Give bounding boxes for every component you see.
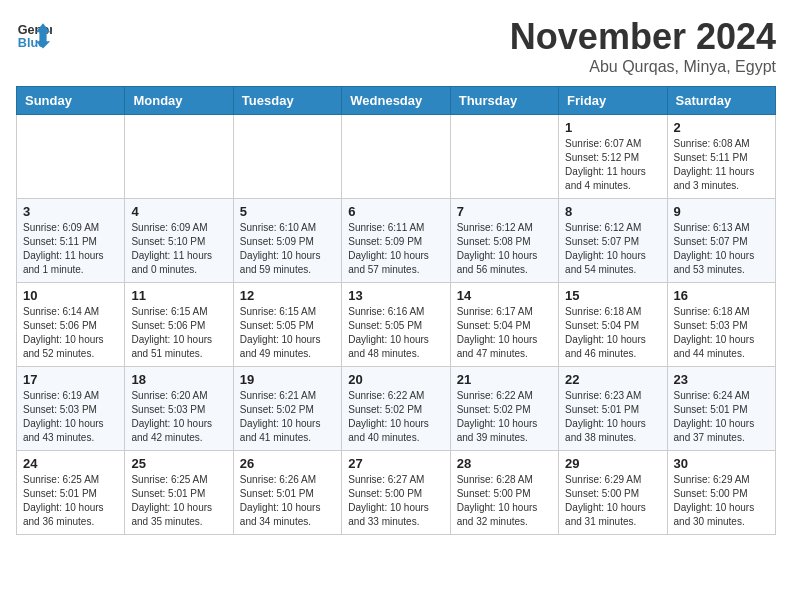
calendar-cell (17, 115, 125, 199)
weekday-header-saturday: Saturday (667, 87, 775, 115)
calendar-cell: 19Sunrise: 6:21 AM Sunset: 5:02 PM Dayli… (233, 367, 341, 451)
calendar-cell: 13Sunrise: 6:16 AM Sunset: 5:05 PM Dayli… (342, 283, 450, 367)
day-number: 20 (348, 372, 443, 387)
weekday-header-row: SundayMondayTuesdayWednesdayThursdayFrid… (17, 87, 776, 115)
day-info: Sunrise: 6:27 AM Sunset: 5:00 PM Dayligh… (348, 473, 443, 529)
calendar-cell (450, 115, 558, 199)
calendar-cell: 18Sunrise: 6:20 AM Sunset: 5:03 PM Dayli… (125, 367, 233, 451)
calendar-cell: 11Sunrise: 6:15 AM Sunset: 5:06 PM Dayli… (125, 283, 233, 367)
day-number: 23 (674, 372, 769, 387)
day-number: 13 (348, 288, 443, 303)
day-number: 30 (674, 456, 769, 471)
day-number: 28 (457, 456, 552, 471)
calendar-cell: 23Sunrise: 6:24 AM Sunset: 5:01 PM Dayli… (667, 367, 775, 451)
day-info: Sunrise: 6:15 AM Sunset: 5:05 PM Dayligh… (240, 305, 335, 361)
day-number: 4 (131, 204, 226, 219)
calendar-cell: 8Sunrise: 6:12 AM Sunset: 5:07 PM Daylig… (559, 199, 667, 283)
calendar-cell: 17Sunrise: 6:19 AM Sunset: 5:03 PM Dayli… (17, 367, 125, 451)
calendar-cell: 15Sunrise: 6:18 AM Sunset: 5:04 PM Dayli… (559, 283, 667, 367)
calendar-cell: 26Sunrise: 6:26 AM Sunset: 5:01 PM Dayli… (233, 451, 341, 535)
weekday-header-wednesday: Wednesday (342, 87, 450, 115)
day-number: 17 (23, 372, 118, 387)
calendar-cell: 20Sunrise: 6:22 AM Sunset: 5:02 PM Dayli… (342, 367, 450, 451)
title-block: November 2024 Abu Qurqas, Minya, Egypt (510, 16, 776, 76)
day-number: 1 (565, 120, 660, 135)
day-info: Sunrise: 6:16 AM Sunset: 5:05 PM Dayligh… (348, 305, 443, 361)
calendar-table: SundayMondayTuesdayWednesdayThursdayFrid… (16, 86, 776, 535)
calendar-week-3: 10Sunrise: 6:14 AM Sunset: 5:06 PM Dayli… (17, 283, 776, 367)
day-info: Sunrise: 6:25 AM Sunset: 5:01 PM Dayligh… (23, 473, 118, 529)
day-number: 26 (240, 456, 335, 471)
day-info: Sunrise: 6:24 AM Sunset: 5:01 PM Dayligh… (674, 389, 769, 445)
calendar-cell: 4Sunrise: 6:09 AM Sunset: 5:10 PM Daylig… (125, 199, 233, 283)
calendar-cell: 10Sunrise: 6:14 AM Sunset: 5:06 PM Dayli… (17, 283, 125, 367)
day-info: Sunrise: 6:08 AM Sunset: 5:11 PM Dayligh… (674, 137, 769, 193)
page-header: General Blue November 2024 Abu Qurqas, M… (16, 16, 776, 76)
day-info: Sunrise: 6:09 AM Sunset: 5:10 PM Dayligh… (131, 221, 226, 277)
calendar-cell: 6Sunrise: 6:11 AM Sunset: 5:09 PM Daylig… (342, 199, 450, 283)
day-number: 7 (457, 204, 552, 219)
calendar-cell: 28Sunrise: 6:28 AM Sunset: 5:00 PM Dayli… (450, 451, 558, 535)
calendar-cell (342, 115, 450, 199)
calendar-cell: 29Sunrise: 6:29 AM Sunset: 5:00 PM Dayli… (559, 451, 667, 535)
calendar-cell: 14Sunrise: 6:17 AM Sunset: 5:04 PM Dayli… (450, 283, 558, 367)
day-info: Sunrise: 6:25 AM Sunset: 5:01 PM Dayligh… (131, 473, 226, 529)
day-number: 12 (240, 288, 335, 303)
day-number: 19 (240, 372, 335, 387)
weekday-header-sunday: Sunday (17, 87, 125, 115)
day-number: 6 (348, 204, 443, 219)
day-info: Sunrise: 6:11 AM Sunset: 5:09 PM Dayligh… (348, 221, 443, 277)
day-info: Sunrise: 6:26 AM Sunset: 5:01 PM Dayligh… (240, 473, 335, 529)
day-info: Sunrise: 6:18 AM Sunset: 5:04 PM Dayligh… (565, 305, 660, 361)
day-number: 24 (23, 456, 118, 471)
weekday-header-tuesday: Tuesday (233, 87, 341, 115)
day-info: Sunrise: 6:19 AM Sunset: 5:03 PM Dayligh… (23, 389, 118, 445)
day-number: 10 (23, 288, 118, 303)
day-info: Sunrise: 6:29 AM Sunset: 5:00 PM Dayligh… (674, 473, 769, 529)
calendar-cell: 9Sunrise: 6:13 AM Sunset: 5:07 PM Daylig… (667, 199, 775, 283)
calendar-cell: 27Sunrise: 6:27 AM Sunset: 5:00 PM Dayli… (342, 451, 450, 535)
calendar-cell: 2Sunrise: 6:08 AM Sunset: 5:11 PM Daylig… (667, 115, 775, 199)
day-number: 2 (674, 120, 769, 135)
day-number: 14 (457, 288, 552, 303)
day-info: Sunrise: 6:15 AM Sunset: 5:06 PM Dayligh… (131, 305, 226, 361)
day-number: 8 (565, 204, 660, 219)
calendar-cell (125, 115, 233, 199)
location: Abu Qurqas, Minya, Egypt (510, 58, 776, 76)
day-info: Sunrise: 6:22 AM Sunset: 5:02 PM Dayligh… (457, 389, 552, 445)
day-number: 5 (240, 204, 335, 219)
logo-icon: General Blue (16, 16, 52, 52)
day-number: 15 (565, 288, 660, 303)
day-info: Sunrise: 6:29 AM Sunset: 5:00 PM Dayligh… (565, 473, 660, 529)
calendar-cell (233, 115, 341, 199)
day-number: 11 (131, 288, 226, 303)
day-number: 25 (131, 456, 226, 471)
calendar-week-2: 3Sunrise: 6:09 AM Sunset: 5:11 PM Daylig… (17, 199, 776, 283)
calendar-cell: 30Sunrise: 6:29 AM Sunset: 5:00 PM Dayli… (667, 451, 775, 535)
weekday-header-monday: Monday (125, 87, 233, 115)
day-number: 18 (131, 372, 226, 387)
day-info: Sunrise: 6:18 AM Sunset: 5:03 PM Dayligh… (674, 305, 769, 361)
day-info: Sunrise: 6:10 AM Sunset: 5:09 PM Dayligh… (240, 221, 335, 277)
calendar-cell: 22Sunrise: 6:23 AM Sunset: 5:01 PM Dayli… (559, 367, 667, 451)
calendar-cell: 1Sunrise: 6:07 AM Sunset: 5:12 PM Daylig… (559, 115, 667, 199)
day-number: 9 (674, 204, 769, 219)
day-number: 3 (23, 204, 118, 219)
day-info: Sunrise: 6:12 AM Sunset: 5:07 PM Dayligh… (565, 221, 660, 277)
calendar-cell: 12Sunrise: 6:15 AM Sunset: 5:05 PM Dayli… (233, 283, 341, 367)
day-number: 29 (565, 456, 660, 471)
day-info: Sunrise: 6:22 AM Sunset: 5:02 PM Dayligh… (348, 389, 443, 445)
day-info: Sunrise: 6:09 AM Sunset: 5:11 PM Dayligh… (23, 221, 118, 277)
day-info: Sunrise: 6:07 AM Sunset: 5:12 PM Dayligh… (565, 137, 660, 193)
day-number: 27 (348, 456, 443, 471)
day-info: Sunrise: 6:13 AM Sunset: 5:07 PM Dayligh… (674, 221, 769, 277)
calendar-cell: 5Sunrise: 6:10 AM Sunset: 5:09 PM Daylig… (233, 199, 341, 283)
day-info: Sunrise: 6:28 AM Sunset: 5:00 PM Dayligh… (457, 473, 552, 529)
month-title: November 2024 (510, 16, 776, 58)
calendar-cell: 3Sunrise: 6:09 AM Sunset: 5:11 PM Daylig… (17, 199, 125, 283)
calendar-cell: 24Sunrise: 6:25 AM Sunset: 5:01 PM Dayli… (17, 451, 125, 535)
calendar-cell: 21Sunrise: 6:22 AM Sunset: 5:02 PM Dayli… (450, 367, 558, 451)
day-number: 21 (457, 372, 552, 387)
calendar-week-4: 17Sunrise: 6:19 AM Sunset: 5:03 PM Dayli… (17, 367, 776, 451)
logo: General Blue (16, 16, 52, 52)
